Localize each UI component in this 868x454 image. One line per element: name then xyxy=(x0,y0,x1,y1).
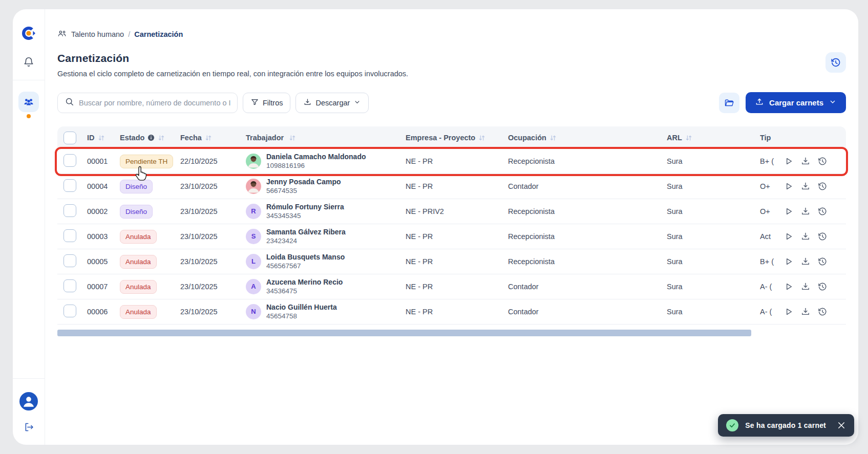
row-history-button[interactable] xyxy=(817,206,828,217)
row-history-button[interactable] xyxy=(817,156,828,166)
row-checkbox[interactable] xyxy=(63,279,76,292)
status-badge: Anulada xyxy=(120,230,157,244)
download-button[interactable]: Descargar xyxy=(295,93,369,113)
row-download-button[interactable] xyxy=(800,156,811,166)
info-icon[interactable] xyxy=(147,134,155,141)
page-subtitle: Gestiona el ciclo completo de carnetizac… xyxy=(57,70,408,78)
avatar: L xyxy=(246,254,261,269)
row-checkbox[interactable] xyxy=(63,179,76,192)
page-history-button[interactable] xyxy=(825,52,846,73)
notifications-button[interactable] xyxy=(23,56,34,68)
row-fecha: 23/10/2025 xyxy=(180,308,246,316)
play-button[interactable] xyxy=(784,256,794,267)
open-folder-button[interactable] xyxy=(719,93,739,113)
upload-icon xyxy=(755,97,764,108)
play-button[interactable] xyxy=(784,307,794,317)
select-all-checkbox[interactable] xyxy=(63,132,76,144)
column-header-tipo[interactable]: Tip xyxy=(760,134,784,142)
breadcrumb-section[interactable]: Talento humano xyxy=(71,30,124,38)
chevron-down-icon xyxy=(353,98,361,107)
row-history-button[interactable] xyxy=(817,282,828,292)
row-download-button[interactable] xyxy=(800,181,811,191)
column-header-id[interactable]: ID xyxy=(87,134,120,142)
play-button[interactable] xyxy=(784,282,794,292)
history-icon xyxy=(817,307,828,317)
table-row[interactable]: 00007 Anulada 23/10/2025 A Azucena Merin… xyxy=(57,274,846,299)
row-download-button[interactable] xyxy=(800,256,811,267)
user-avatar[interactable] xyxy=(19,392,38,410)
logout-button[interactable] xyxy=(24,422,34,433)
row-download-button[interactable] xyxy=(800,206,811,217)
row-download-button[interactable] xyxy=(800,307,811,317)
column-header-trabajador[interactable]: Trabajador xyxy=(246,134,406,142)
sort-icon[interactable] xyxy=(549,135,557,141)
row-history-button[interactable] xyxy=(817,256,828,267)
download-icon xyxy=(800,181,811,191)
status-badge: Pendiente TH xyxy=(120,155,173,168)
toast-close-button[interactable] xyxy=(837,421,846,430)
app-logo-icon[interactable] xyxy=(21,26,36,41)
sort-icon[interactable] xyxy=(205,135,212,141)
play-button[interactable] xyxy=(784,181,794,191)
row-ocupacion: Contador xyxy=(508,283,667,291)
row-tipo: O+ xyxy=(760,207,784,215)
table-row[interactable]: 00002 Diseño 23/10/2025 R Rómulo Fortuny… xyxy=(57,199,846,224)
worker-document: 45654758 xyxy=(266,312,337,321)
breadcrumb-current: Carnetización xyxy=(134,30,183,38)
row-tipo: A- ( xyxy=(760,308,784,316)
main-content: Talento humano / Carnetización Carnetiza… xyxy=(45,9,858,445)
table-row[interactable]: 00006 Anulada 23/10/2025 N Nacio Guillén… xyxy=(57,299,846,325)
upload-carnets-button[interactable]: Cargar carnets xyxy=(746,92,846,113)
row-checkbox[interactable] xyxy=(63,204,76,217)
scrollbar-thumb[interactable] xyxy=(57,330,751,336)
sidebar-top xyxy=(13,9,45,80)
row-arl: Sura xyxy=(667,308,760,316)
row-checkbox[interactable] xyxy=(63,305,76,317)
sidebar-item-talento-humano[interactable] xyxy=(18,92,39,112)
worker-name: Samanta Gálvez Ribera xyxy=(266,227,346,236)
history-icon xyxy=(817,256,828,267)
sort-icon[interactable] xyxy=(478,135,485,141)
filter-icon xyxy=(250,98,259,108)
row-history-button[interactable] xyxy=(817,231,828,242)
row-tipo: B+ ( xyxy=(760,257,784,266)
table-row[interactable]: 00004 Diseño 23/10/2025 Jenny Posada Cam… xyxy=(57,174,846,199)
people-icon xyxy=(23,96,34,107)
worker-document: 1098816196 xyxy=(266,161,366,170)
row-checkbox[interactable] xyxy=(63,229,76,242)
sort-icon[interactable] xyxy=(98,135,105,141)
play-button[interactable] xyxy=(784,156,794,166)
avatar: A xyxy=(246,279,261,294)
play-button[interactable] xyxy=(784,206,794,217)
sort-icon[interactable] xyxy=(289,135,296,141)
column-header-arl[interactable]: ARL xyxy=(667,134,760,142)
column-header-fecha[interactable]: Fecha xyxy=(180,134,246,142)
row-fecha: 23/10/2025 xyxy=(180,182,246,190)
active-indicator-dot xyxy=(27,114,31,118)
table-row[interactable]: 00001 Pendiente TH 22/10/2025 Daniela Ca… xyxy=(57,149,846,174)
row-download-button[interactable] xyxy=(800,282,811,292)
sort-icon[interactable] xyxy=(158,135,165,141)
column-header-ocupacion[interactable]: Ocupación xyxy=(508,134,667,142)
status-badge: Anulada xyxy=(120,305,157,319)
filters-button[interactable]: Filtros xyxy=(243,93,290,113)
row-history-button[interactable] xyxy=(817,307,828,317)
table-row[interactable]: 00005 Anulada 23/10/2025 L Loida Busquet… xyxy=(57,249,846,274)
sort-icon[interactable] xyxy=(685,135,692,141)
row-checkbox[interactable] xyxy=(63,154,76,167)
column-header-empresa[interactable]: Empresa - Proyecto xyxy=(406,134,508,142)
column-header-estado[interactable]: Estado xyxy=(120,134,180,142)
breadcrumb: Talento humano / Carnetización xyxy=(57,29,846,40)
row-id: 00003 xyxy=(87,232,120,241)
avatar: S xyxy=(246,229,261,244)
row-checkbox[interactable] xyxy=(63,254,76,267)
play-icon xyxy=(784,231,794,242)
row-download-button[interactable] xyxy=(800,231,811,242)
play-button[interactable] xyxy=(784,231,794,242)
search-box xyxy=(57,93,238,113)
table-header: ID Estado Fecha Trabajador Empresa - Pro… xyxy=(57,126,846,149)
table-row[interactable]: 00003 Anulada 23/10/2025 S Samanta Gálve… xyxy=(57,224,846,249)
search-input[interactable] xyxy=(79,99,230,107)
row-history-button[interactable] xyxy=(817,181,828,191)
row-ocupacion: Contador xyxy=(508,182,667,190)
